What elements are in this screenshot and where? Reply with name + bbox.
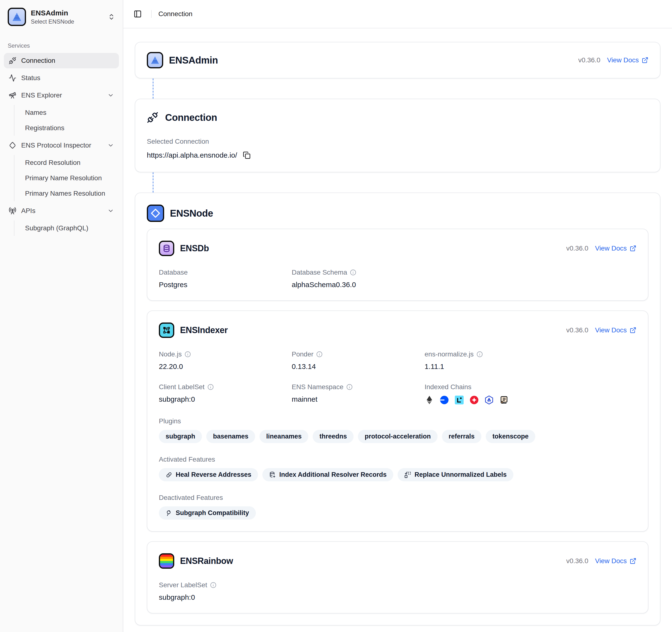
view-docs-label: View Docs xyxy=(607,56,639,64)
ensindexer-card-title: ENSIndexer xyxy=(180,325,228,335)
field-value-text: subgraph:0 xyxy=(159,593,292,602)
ensdb-version: v0.36.0 xyxy=(566,245,588,252)
topbar: Connection xyxy=(123,0,672,28)
field-nodejs: Node.js 22.20.0 xyxy=(159,350,292,371)
ensnode-selector[interactable]: ENSAdmin Select ENSNode xyxy=(2,2,121,32)
field-database: Database Postgres xyxy=(159,269,292,289)
field-database-schema: Database Schema alphaSchema0.36.0 xyxy=(292,269,425,289)
info-icon xyxy=(210,582,216,588)
view-docs-label: View Docs xyxy=(595,557,627,565)
sidebar-item-label: Primary Names Resolution xyxy=(25,190,105,197)
sidebar-item-primary-name-resolution[interactable]: Primary Name Resolution xyxy=(21,170,119,186)
ensrainbow-version: v0.36.0 xyxy=(566,557,588,565)
chip-label: lineanames xyxy=(266,433,302,440)
sidebar-item-label: Record Resolution xyxy=(25,159,80,167)
ensrainbow-card: ENSRainbow v0.36.0 View Docs Server Labe… xyxy=(147,541,648,613)
card-connector-line xyxy=(152,172,153,193)
ensrainbow-card-title: ENSRainbow xyxy=(180,556,233,566)
subgraph-icon xyxy=(166,510,172,516)
sidebar-item-record-resolution[interactable]: Record Resolution xyxy=(21,155,119,170)
info-icon xyxy=(477,351,483,357)
field-label-text: Database Schema xyxy=(292,269,347,276)
activated-features-row: Heal Reverse Addresses Index Additional … xyxy=(159,468,637,481)
field-label-text: Client LabelSet xyxy=(159,383,205,391)
ensindexer-logo-icon xyxy=(159,322,174,338)
sidebar-item-registrations[interactable]: Registrations xyxy=(21,120,119,136)
arbitrum-chain-icon xyxy=(484,395,494,405)
field-label-text: Node.js xyxy=(159,350,182,358)
plugin-chip: basenames xyxy=(206,430,255,443)
ensadmin-card: ENSAdmin v0.36.0 View Docs xyxy=(135,42,661,78)
feature-chip: Index Additional Resolver Records xyxy=(262,468,393,481)
field-value-text: Postgres xyxy=(159,281,292,289)
chevron-down-icon xyxy=(107,142,114,149)
base-chain-icon xyxy=(439,395,449,405)
sidebar-item-connection[interactable]: Connection xyxy=(4,53,119,68)
selected-connection-label: Selected Connection xyxy=(147,138,648,145)
telescope-icon xyxy=(9,92,16,99)
ensnode-card-title: ENSNode xyxy=(170,208,213,219)
ensadmin-logo-icon xyxy=(8,8,26,26)
feature-chip: Heal Reverse Addresses xyxy=(159,468,258,481)
sidebar-toggle-button[interactable] xyxy=(131,7,144,21)
plugin-chip: lineanames xyxy=(260,430,308,443)
activated-features-label: Activated Features xyxy=(159,456,637,463)
chip-label: Subgraph Compatibility xyxy=(176,509,249,517)
field-value-text: alphaSchema0.36.0 xyxy=(292,281,425,289)
sidebar-item-label: APIs xyxy=(21,207,35,215)
field-client-labelset: Client LabelSet subgraph:0 xyxy=(159,383,292,405)
ethereum-chain-icon xyxy=(425,395,434,405)
sidebar-item-ens-explorer[interactable]: ENS Explorer xyxy=(4,88,119,103)
field-label-text: ENS Namespace xyxy=(292,383,343,391)
plugins-row: subgraph basenames lineanames threedns p… xyxy=(159,430,637,443)
sidebar-item-apis[interactable]: APIs xyxy=(4,203,119,219)
chip-label: Replace Unnormalized Labels xyxy=(414,471,507,479)
chip-label: threedns xyxy=(319,433,347,440)
info-icon xyxy=(350,269,356,275)
ensdb-view-docs-link[interactable]: View Docs xyxy=(595,245,637,252)
ensadmin-view-docs-link[interactable]: View Docs xyxy=(607,56,648,64)
ensindexer-card: ENSIndexer v0.36.0 View Docs Node.js 22.… xyxy=(147,311,648,532)
sidebar-item-status[interactable]: Status xyxy=(4,70,119,86)
plugin-chip: referrals xyxy=(442,430,481,443)
chevrons-up-down-icon xyxy=(108,13,115,21)
view-docs-label: View Docs xyxy=(595,245,627,252)
info-icon xyxy=(208,384,214,390)
sidebar-item-subgraph-graphql[interactable]: Subgraph (GraphQL) xyxy=(21,220,119,236)
ensindexer-view-docs-link[interactable]: View Docs xyxy=(595,326,637,334)
ens-explorer-subitems: Names Registrations xyxy=(14,105,119,136)
linea-chain-icon xyxy=(454,395,464,405)
unplug-icon xyxy=(9,57,16,65)
connection-card-title: Connection xyxy=(165,112,217,123)
ensnode-card: ENSNode ENSDb v0.36.0 View Docs xyxy=(135,193,661,626)
database-plus-icon xyxy=(269,471,276,478)
scroll-chain-icon xyxy=(499,395,509,405)
info-icon xyxy=(316,351,322,357)
field-label-text: Indexed Chains xyxy=(425,383,472,391)
activity-icon xyxy=(9,74,16,82)
breadcrumb: Connection xyxy=(159,10,193,18)
field-ponder: Ponder 0.13.14 xyxy=(292,350,425,371)
sidebar-item-ens-protocol-inspector[interactable]: ENS Protocol Inspector xyxy=(4,138,119,153)
copy-url-button[interactable] xyxy=(243,151,250,159)
sidebar-item-label: Primary Name Resolution xyxy=(25,174,102,182)
sidebar-item-names[interactable]: Names xyxy=(21,105,119,120)
chip-label: basenames xyxy=(213,433,248,440)
sidebar-item-primary-names-resolution[interactable]: Primary Names Resolution xyxy=(21,186,119,201)
field-value-text: mainnet xyxy=(292,395,425,403)
ens-logo-icon xyxy=(9,142,16,149)
chip-label: referrals xyxy=(449,433,475,440)
field-value-text: subgraph:0 xyxy=(159,395,292,403)
sidebar-item-label: Registrations xyxy=(25,124,64,132)
sidebar: ENSAdmin Select ENSNode Services Connect… xyxy=(0,0,123,632)
field-indexed-chains: Indexed Chains xyxy=(425,383,637,405)
ensrainbow-view-docs-link[interactable]: View Docs xyxy=(595,557,637,565)
info-icon xyxy=(346,384,353,390)
copy-icon xyxy=(243,151,250,159)
chip-label: protocol-acceleration xyxy=(365,433,431,440)
field-label-text: Server LabelSet xyxy=(159,581,207,589)
chevron-down-icon xyxy=(107,208,114,214)
ensadmin-logo-icon xyxy=(147,52,163,68)
deactivated-features-label: Deactivated Features xyxy=(159,494,637,502)
ensdb-logo-icon xyxy=(159,241,174,256)
